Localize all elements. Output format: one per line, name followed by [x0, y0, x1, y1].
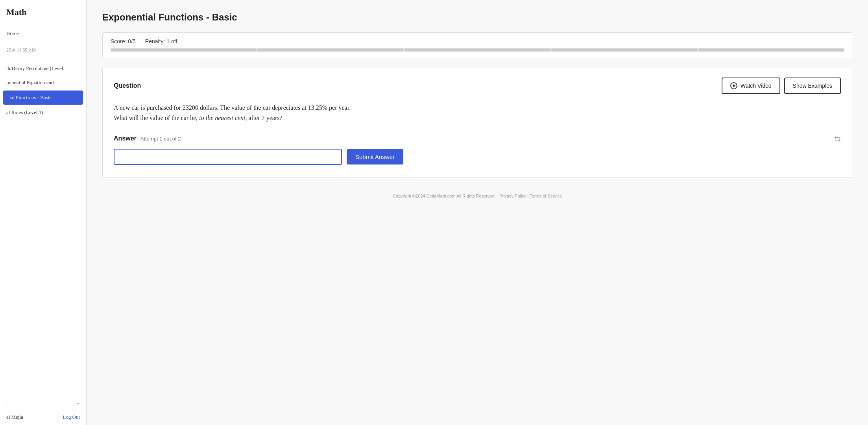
answer-input[interactable]	[114, 149, 342, 165]
score-line: Score: 0/5 Penalty: 1 off	[111, 38, 844, 44]
submit-answer-button[interactable]: Submit Answer	[347, 149, 403, 164]
question-sentence-1: A new car is purchased for 23200 dollars…	[114, 104, 351, 111]
due-date-text: 25 at 11:59 AM	[6, 47, 36, 53]
question-sentence-2-start: What will the value of the car be,	[114, 115, 199, 121]
play-triangle-icon	[733, 84, 736, 87]
sidebar-due-date: 25 at 11:59 AM	[0, 46, 86, 56]
answer-input-row: Submit Answer	[114, 149, 841, 165]
progress-segment-3	[404, 48, 550, 52]
play-icon	[730, 82, 737, 89]
footer-separator: |	[527, 194, 528, 198]
sidebar-footer: ei Mejia Log Out	[0, 409, 86, 425]
privacy-policy-link[interactable]: Privacy Policy	[499, 194, 526, 198]
sidebar-item-label: ponential Equation and	[6, 79, 54, 85]
progress-bar	[111, 48, 844, 52]
progress-segment-1	[111, 48, 256, 52]
sidebar-item-label: Home	[6, 30, 19, 36]
show-examples-button[interactable]: Show Examples	[784, 78, 841, 94]
chevron-down-icon: ⌄	[76, 400, 80, 406]
sidebar-item-label: al Rules (Level 1)	[6, 109, 43, 115]
question-italic: to the nearest cent,	[199, 115, 247, 121]
progress-segment-2	[257, 48, 403, 52]
submit-label: Submit Answer	[355, 153, 395, 160]
sidebar-item-label: ial Functions - Basic	[9, 94, 52, 100]
question-text: A new car is purchased for 23200 dollars…	[114, 103, 841, 123]
sidebar: Math Home 25 at 11:59 AM th/Decay Percen…	[0, 0, 87, 425]
sidebar-dropdown-row[interactable]: r ⌄	[0, 396, 86, 409]
score-bar: Score: 0/5 Penalty: 1 off	[102, 32, 852, 58]
answer-header: Answer Attempt 1 out of 2 ⇆	[114, 134, 841, 143]
watch-video-button[interactable]: Watch Video	[722, 78, 780, 94]
show-examples-label: Show Examples	[793, 83, 832, 89]
page-title: Exponential Functions - Basic	[102, 12, 852, 23]
progress-segment-5	[698, 48, 844, 52]
question-sentence-2-end: after 7 years?	[247, 115, 282, 121]
terms-of-service-link[interactable]: Terms of Service	[530, 194, 562, 198]
answer-label-group: Answer Attempt 1 out of 2	[114, 135, 181, 142]
main-content: Exponential Functions - Basic Score: 0/5…	[87, 0, 868, 425]
footer: Copyright ©2024 DeltaMath.com All Rights…	[102, 194, 852, 198]
footer-copyright: Copyright ©2024 DeltaMath.com All Rights…	[393, 194, 496, 198]
keyboard-icon[interactable]: ⇆	[834, 134, 841, 143]
sidebar-item-exponential-eq[interactable]: ponential Equation and	[0, 76, 86, 90]
sidebar-nav: Home 25 at 11:59 AM th/Decay Percentage …	[0, 23, 86, 396]
answer-label: Answer	[114, 135, 137, 142]
sidebar-item-growth-decay[interactable]: th/Decay Percentage (Level	[0, 61, 86, 76]
question-buttons: Watch Video Show Examples	[722, 78, 841, 94]
sidebar-item-label: th/Decay Percentage (Level	[6, 65, 63, 71]
question-label: Question	[114, 82, 141, 89]
logout-button[interactable]: Log Out	[63, 414, 80, 420]
sidebar-item-exponential-rules[interactable]: al Rules (Level 1)	[0, 105, 86, 120]
user-name: ei Mejia	[6, 414, 23, 420]
sidebar-divider	[0, 43, 86, 43]
sidebar-logo: Math	[0, 0, 86, 23]
logo-text: Math	[6, 7, 26, 17]
sidebar-divider-2	[0, 59, 86, 59]
progress-segment-4	[551, 48, 697, 52]
score-label: Score: 0/5	[111, 38, 136, 44]
sidebar-item-home[interactable]: Home	[0, 26, 86, 41]
attempt-label: Attempt 1 out of 2	[140, 136, 181, 142]
dropdown-label: r	[6, 399, 8, 406]
question-card: Question Watch Video Show Examples A new…	[102, 68, 852, 178]
question-header: Question Watch Video Show Examples	[114, 78, 841, 94]
penalty-label: Penalty: 1 off	[145, 38, 177, 44]
sidebar-item-exponential-basic[interactable]: ial Functions - Basic	[3, 91, 83, 105]
answer-section: Answer Attempt 1 out of 2 ⇆ Submit Answe…	[114, 134, 841, 165]
watch-video-label: Watch Video	[741, 83, 772, 89]
